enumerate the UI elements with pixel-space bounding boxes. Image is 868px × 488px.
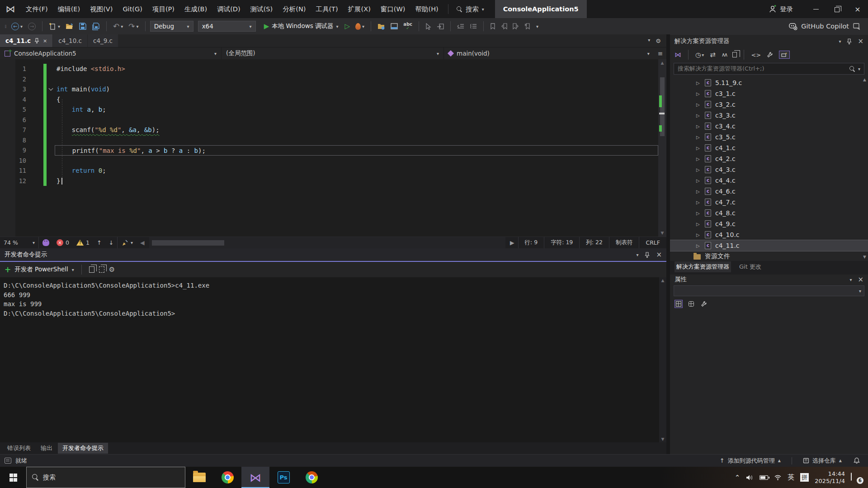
solution-search-input[interactable]: 搜索解决方案资源管理器(Ctrl+;) ▾ — [674, 63, 864, 75]
taskbar-photoshop-icon[interactable]: Ps — [269, 467, 297, 488]
undo-button[interactable]: ↶▾ — [111, 20, 125, 32]
sync-with-active-document-button[interactable]: ⇄ — [710, 51, 716, 59]
pin-icon[interactable] — [847, 38, 852, 44]
fold-column[interactable] — [47, 135, 55, 146]
tree-item[interactable]: ▷cc4_4.c — [670, 175, 868, 186]
tab-options-gear-icon[interactable]: ⚙ — [656, 38, 661, 44]
pin-icon[interactable] — [34, 38, 39, 43]
alphabetical-view-button[interactable] — [687, 300, 695, 308]
code-editor[interactable]: 1#include <stdio.h>23int main(void)4{5 i… — [0, 59, 666, 237]
open-file-button[interactable] — [64, 22, 75, 31]
add-to-source-control-button[interactable]: ↑ 添加到源代码管理 ▲ — [716, 457, 784, 465]
editor-vertical-scrollbar[interactable]: ▲ ▼ — [658, 59, 666, 237]
tabs-mode[interactable]: 制表符 — [609, 237, 639, 248]
start-debugging-button[interactable]: ▶ 本地 Windows 调试器▾ — [261, 22, 341, 30]
taskbar-browser-profile-icon[interactable] — [297, 467, 326, 488]
code-health-indicator[interactable] — [39, 237, 53, 248]
tree-item[interactable]: ▷cc4_8.c — [670, 208, 868, 218]
preview-selected-items-button[interactable] — [779, 51, 790, 59]
volume-icon[interactable] — [746, 474, 754, 481]
tree-expand-icon[interactable]: ▷ — [696, 200, 701, 205]
fold-chevron-icon[interactable] — [48, 86, 53, 91]
tool-window-tab[interactable]: 解决方案资源管理器 — [675, 261, 731, 272]
tree-expand-icon[interactable]: ▷ — [696, 102, 701, 107]
battery-icon[interactable] — [760, 475, 768, 480]
view-code-button[interactable]: <> — [751, 52, 761, 58]
caret-col[interactable]: 列: 22 — [579, 237, 609, 248]
menu-item[interactable]: 文件(F) — [21, 0, 53, 18]
fold-column[interactable] — [47, 115, 55, 125]
caret-line[interactable]: 行: 9 — [518, 237, 544, 248]
scroll-left-icon[interactable]: ◀ — [137, 237, 148, 248]
vertical-splitter[interactable] — [666, 34, 670, 454]
close-panel-icon[interactable]: × — [656, 251, 662, 259]
tree-item[interactable]: ▷c5.11_9.c — [670, 77, 868, 88]
menu-item[interactable]: 测试(S) — [245, 0, 278, 18]
menu-item[interactable]: Git(G) — [118, 0, 147, 18]
prev-bookmark-button[interactable] — [499, 22, 509, 31]
sign-in-button[interactable]: 登录 — [769, 5, 793, 14]
tree-item[interactable]: ▷cc4_11.c — [670, 240, 868, 251]
minimize-button[interactable] — [806, 0, 826, 18]
tree-item[interactable]: ▷cc4_1.c — [670, 142, 868, 153]
hidden-icons-chevron[interactable]: ⌃ — [735, 474, 741, 482]
fold-column[interactable] — [47, 145, 55, 156]
pin-icon[interactable] — [645, 252, 650, 258]
panel-tab[interactable]: 开发者命令提示 — [58, 443, 108, 454]
start-button[interactable] — [0, 467, 26, 488]
scroll-up-icon[interactable]: ▲ — [861, 77, 868, 82]
comment-button[interactable] — [468, 22, 479, 31]
window-position-icon[interactable]: ▾ — [636, 252, 638, 257]
new-shell-button[interactable]: + 开发者 PowerShell▾ — [5, 265, 74, 274]
show-output-window-button[interactable] — [389, 22, 400, 31]
fold-column[interactable] — [47, 156, 55, 166]
attach-process-button[interactable] — [435, 22, 446, 31]
menu-item[interactable]: 编辑(E) — [53, 0, 85, 18]
restore-button[interactable] — [826, 0, 847, 18]
document-tab[interactable]: c4_10.c — [53, 34, 88, 47]
project-dropdown[interactable]: ConsoleApplication5▾ — [0, 47, 222, 59]
eol-mode[interactable]: CRLF — [639, 237, 666, 248]
fold-column[interactable] — [47, 166, 55, 176]
tree-item[interactable]: ▷cc4_3.c — [670, 164, 868, 175]
tree-folder-item[interactable]: 资源文件 — [670, 251, 868, 261]
tool-window-tab[interactable]: Git 更改 — [737, 261, 763, 272]
tree-expand-icon[interactable]: ▷ — [696, 124, 701, 129]
tree-expand-icon[interactable]: ▷ — [696, 113, 701, 118]
document-tab[interactable]: c4_11.c× — [0, 34, 53, 47]
wifi-icon[interactable] — [774, 474, 782, 480]
taskbar-visual-studio-icon[interactable]: ⋈ — [241, 467, 269, 488]
menu-item[interactable]: 视图(V) — [85, 0, 118, 18]
terminal-output[interactable]: D:\C\ConsoleApplication5\ConsoleApplicat… — [0, 277, 666, 442]
scope-dropdown[interactable]: (全局范围)▾ — [222, 47, 444, 59]
indent-decrease-button[interactable] — [455, 22, 466, 31]
solution-explorer-header[interactable]: 解决方案资源管理器 ▾ × — [670, 35, 868, 47]
save-button[interactable] — [77, 21, 88, 31]
menu-item[interactable]: 项目(P) — [147, 0, 179, 18]
switch-views-button[interactable]: ⋈ — [675, 51, 681, 59]
error-count[interactable]: × 0 — [53, 237, 73, 248]
window-position-icon[interactable]: ▾ — [839, 39, 841, 44]
fold-column[interactable] — [47, 104, 55, 115]
menu-item[interactable]: 调试(D) — [212, 0, 245, 18]
tree-expand-icon[interactable]: ▷ — [696, 135, 701, 140]
scroll-down-icon[interactable]: ▼ — [658, 231, 666, 235]
ime-pinyin-indicator[interactable]: 拼 — [800, 473, 809, 482]
tab-list-dropdown-icon[interactable]: ▾ — [648, 38, 650, 44]
fold-column[interactable] — [47, 95, 55, 105]
menu-item[interactable]: 工具(T) — [311, 0, 343, 18]
tree-item[interactable]: ▷cc3_3.c — [670, 110, 868, 121]
menu-item[interactable]: 窗口(W) — [376, 0, 410, 18]
tree-item[interactable]: ▷cc3_1.c — [670, 88, 868, 99]
terminal-settings-gear-icon[interactable]: ⚙ — [109, 265, 115, 274]
close-panel-icon[interactable]: × — [858, 275, 863, 284]
tree-item[interactable]: ▷cc4_10.c — [670, 229, 868, 240]
tree-expand-icon[interactable]: ▷ — [696, 178, 701, 183]
background-tasks-icon[interactable] — [5, 458, 11, 464]
properties-object-select[interactable]: ▾ — [674, 285, 864, 296]
tree-item[interactable]: ▷cc4_7.c — [670, 197, 868, 208]
property-pages-button[interactable] — [700, 300, 708, 308]
save-all-button[interactable] — [90, 21, 102, 32]
paste-icon[interactable] — [99, 266, 104, 273]
close-panel-icon[interactable]: × — [858, 37, 863, 45]
